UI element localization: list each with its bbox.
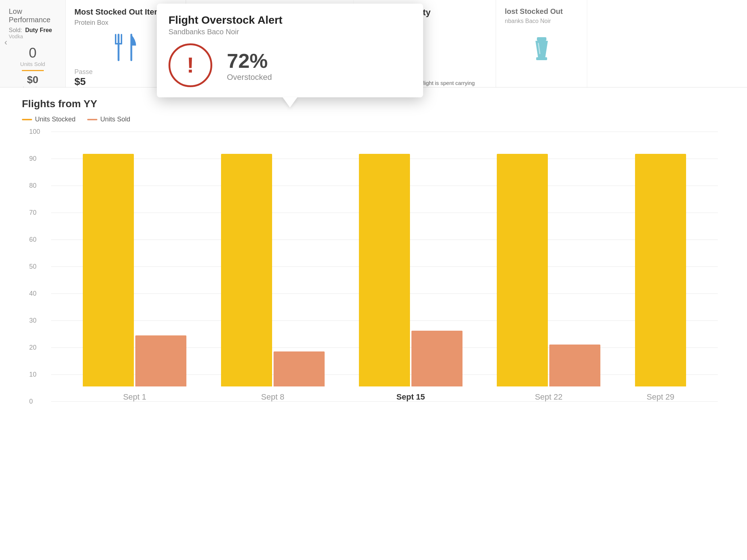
chart-legend: Units Stocked Units Sold (22, 116, 725, 123)
card-most-stocked-out: Most Stocked Out Item: Fo Protein Box Pa… (66, 0, 186, 87)
bar-stocked-sept1[interactable] (83, 154, 134, 386)
savings-sub: stage Items (363, 20, 487, 27)
x-label-sept1: Sept 1 (123, 392, 146, 402)
left-nav-arrow[interactable]: ‹ (0, 36, 12, 48)
bar-sold-sept22[interactable] (549, 345, 600, 386)
opp-value: $5 (74, 76, 177, 88)
drink-icon (505, 35, 578, 66)
sold-label: Sold: (9, 27, 22, 33)
bars-area: Sept 1 Sept 8 Sept 15 (51, 132, 718, 402)
bar-stocked-sept29[interactable] (635, 154, 686, 386)
units-sold-label: Units Sold (9, 61, 57, 67)
passengers-label: Passe (74, 68, 177, 76)
bar-sold-sept8[interactable] (274, 351, 325, 386)
food-icon (74, 31, 177, 65)
card-savings: ngs Opportunity stage Items $2,503 On av… (354, 0, 496, 87)
low-perf-sold-row: Sold: Duty Free (9, 27, 57, 34)
bar-group-sept29[interactable]: Sept 29 (635, 154, 686, 402)
low-perf-header: Low Performance (9, 7, 57, 24)
y-label-0: 0 (29, 398, 33, 405)
cards-row: ‹ Low Performance Sold: Duty Free Vodka … (0, 0, 747, 88)
x-label-sept8: Sept 8 (261, 392, 285, 402)
bar-sold-sept15[interactable] (411, 331, 462, 386)
savings-title: ngs Opportunity (363, 7, 487, 18)
bar-group-sept15[interactable]: Sept 15 (359, 154, 462, 402)
sales-value: $0 (9, 74, 57, 86)
legend-stocked-label: Units Stocked (35, 116, 76, 123)
main-container: ‹ Low Performance Sold: Duty Free Vodka … (0, 0, 747, 560)
card-most-stocked-right: lost Stocked Out nbanks Baco Noir (496, 0, 587, 87)
card-flight-overstock-bg: Flight Overstock Alert Sandbanks Baco No… (186, 0, 354, 87)
legend-stocked: Units Stocked (22, 116, 76, 123)
x-label-sept15: Sept 15 (396, 392, 425, 402)
y-label-60: 60 (29, 236, 36, 244)
overstock-title-bg: Flight Overstock Alert (195, 7, 345, 17)
stocked-right-title: lost Stocked Out (505, 7, 578, 16)
sales-label: in Sales (9, 86, 57, 88)
stocked-out-subtitle: Protein Box (74, 19, 177, 27)
item-sub: Vodka (9, 34, 57, 39)
savings-amount-inline: $2,503 (394, 80, 411, 86)
y-label-30: 30 (29, 317, 36, 324)
units-sold-num: 0 (9, 45, 57, 61)
bar-group-sept8[interactable]: Sept 8 (221, 154, 325, 402)
legend-sold: Units Sold (87, 116, 130, 123)
bar-stocked-sept22[interactable] (497, 154, 548, 386)
svg-rect-6 (537, 37, 546, 41)
savings-desc: On average, $2,503 per flight is spent c… (363, 79, 487, 88)
units-sold-box: 0 Units Sold $0 in Sales (9, 45, 57, 88)
bar-stocked-sept8[interactable] (221, 154, 272, 386)
y-label-80: 80 (29, 182, 36, 190)
y-label-40: 40 (29, 290, 36, 298)
y-label-50: 50 (29, 263, 36, 271)
stocked-right-sub: nbanks Baco Noir (505, 18, 578, 24)
chart-title: Flights from YY (22, 98, 725, 110)
bar-group-sept22[interactable]: Sept 22 (497, 154, 600, 402)
bracket-icon (363, 32, 384, 57)
stocked-out-title: Most Stocked Out Item: Fo (74, 7, 177, 17)
y-label-90: 90 (29, 155, 36, 163)
savings-value: $2,503 (363, 57, 487, 79)
y-label-10: 10 (29, 371, 36, 378)
legend-dot-yellow (22, 119, 32, 120)
overstock-sub-bg: Sandbanks Baco Noir (195, 19, 345, 27)
chart-section: Flights from YY Units Stocked Units Sold… (0, 89, 747, 432)
svg-rect-7 (536, 57, 547, 60)
y-label-20: 20 (29, 344, 36, 351)
bar-stocked-sept15[interactable] (359, 154, 410, 386)
bar-sold-sept1[interactable] (135, 335, 186, 386)
y-label-70: 70 (29, 209, 36, 217)
x-label-sept22: Sept 22 (535, 392, 562, 402)
x-label-sept29: Sept 29 (647, 392, 674, 402)
legend-dot-orange (87, 119, 97, 120)
sold-item: Duty Free (25, 27, 52, 33)
y-label-100: 100 (29, 128, 40, 136)
bar-group-sept1[interactable]: Sept 1 (83, 154, 186, 402)
bar-chart: 0 10 20 30 40 50 60 70 80 90 100 (22, 132, 725, 424)
legend-sold-label: Units Sold (100, 116, 130, 123)
